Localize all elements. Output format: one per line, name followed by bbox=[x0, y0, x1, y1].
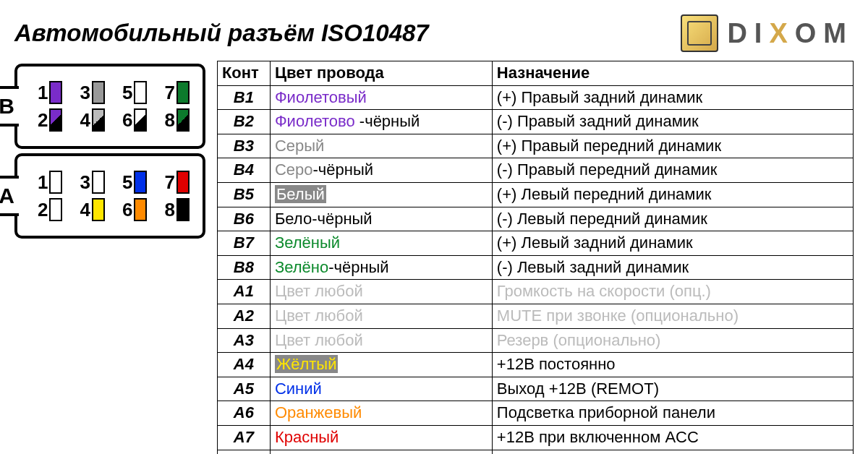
cell-pin: B8 bbox=[217, 255, 270, 280]
cell-pin: A6 bbox=[217, 401, 270, 426]
table-header-row: Конт Цвет провода Назначение bbox=[217, 61, 853, 86]
cell-func: Резерв (опционально) bbox=[492, 328, 853, 353]
pin-swatch bbox=[134, 171, 147, 194]
pin-swatch bbox=[92, 198, 105, 221]
cell-pin: A1 bbox=[217, 280, 270, 304]
pin-swatch bbox=[49, 108, 62, 132]
pin-swatch bbox=[176, 81, 190, 104]
cell-pin: B1 bbox=[217, 85, 270, 110]
table-row: B5Белый(+) Левый передний динамик bbox=[217, 182, 853, 207]
cell-func: (+) Правый передний динамик bbox=[492, 134, 853, 158]
pin-7: 7 bbox=[164, 81, 189, 104]
pin-swatch bbox=[176, 171, 190, 194]
pin-8: 8 bbox=[164, 108, 189, 132]
cell-color: Бело-чёрный bbox=[270, 207, 492, 231]
header: Автомобильный разъём ISO10487 DIXOM bbox=[14, 14, 854, 52]
table-row: A5СинийВыход +12В (REMOT) bbox=[217, 377, 853, 401]
pin-swatch bbox=[134, 108, 147, 132]
cell-func: MUTE при звонке (опционально) bbox=[492, 304, 853, 328]
cell-func: (+) Левый задний динамик bbox=[492, 231, 853, 256]
pinout-table: Конт Цвет провода Назначение B1Фиолетовы… bbox=[217, 61, 854, 454]
cell-color: Серо-чёрный bbox=[270, 158, 492, 183]
cell-func: Подсветка приборной панели bbox=[492, 401, 853, 426]
block-b-row1: 1357 bbox=[38, 81, 190, 104]
block-b: B 1357 2468 bbox=[14, 64, 205, 149]
pin-7: 7 bbox=[164, 171, 189, 194]
block-b-row2: 2468 bbox=[38, 108, 190, 132]
content: B 1357 2468 A 1357 2468 Конт Цвет провод… bbox=[14, 61, 854, 454]
block-a: A 1357 2468 bbox=[14, 153, 205, 239]
pin-swatch bbox=[49, 81, 62, 104]
pin-swatch bbox=[92, 81, 105, 104]
table-row: B1Фиолетовый(+) Правый задний динамик bbox=[217, 85, 853, 110]
cell-pin: B2 bbox=[217, 110, 270, 134]
cell-pin: B3 bbox=[217, 134, 270, 158]
pin-swatch bbox=[176, 198, 190, 221]
table-row: B3Серый(+) Правый передний динамик bbox=[217, 134, 853, 158]
table-row: A2Цвет любойMUTE при звонке (опционально… bbox=[217, 304, 853, 328]
table-row: A4Жёлтый+12В постоянно bbox=[217, 353, 853, 377]
table-row: B7Зелёный(+) Левый задний динамик bbox=[217, 231, 853, 256]
pin-swatch bbox=[176, 108, 190, 132]
cell-pin: B4 bbox=[217, 158, 270, 183]
pin-2: 2 bbox=[38, 108, 62, 132]
cell-pin: A7 bbox=[217, 425, 270, 450]
cell-pin: A4 bbox=[217, 353, 270, 377]
pin-8: 8 bbox=[164, 198, 189, 221]
col-color: Цвет провода bbox=[270, 61, 492, 86]
cell-func: +12В при включенном ACC bbox=[492, 425, 853, 450]
table-body: B1Фиолетовый(+) Правый задний динамикB2Ф… bbox=[217, 85, 853, 454]
table-row: A1Цвет любойГромкость на скорости (опц.) bbox=[217, 280, 853, 304]
pin-swatch bbox=[134, 198, 147, 221]
block-a-label: A bbox=[0, 176, 19, 216]
cell-pin: B6 bbox=[217, 207, 270, 231]
cell-color: Зелёно-чёрный bbox=[270, 255, 492, 280]
cell-color: Цвет любой bbox=[270, 280, 492, 304]
pin-6: 6 bbox=[122, 108, 147, 132]
pin-4: 4 bbox=[80, 108, 104, 132]
pin-swatch bbox=[49, 171, 62, 194]
cell-color: Фиолетовый bbox=[270, 85, 492, 110]
block-b-label: B bbox=[0, 86, 19, 127]
chip-icon bbox=[681, 14, 718, 52]
pin-swatch bbox=[92, 108, 105, 132]
table-row: A6ОранжевыйПодсветка приборной панели bbox=[217, 401, 853, 426]
table-row: B2Фиолетово -чёрный(-) Правый задний дин… bbox=[217, 110, 853, 134]
cell-func: +12В постоянно bbox=[492, 353, 853, 377]
cell-func: (+) Правый задний динамик bbox=[492, 85, 853, 110]
pin-swatch bbox=[49, 198, 62, 221]
cell-color: Чёрный bbox=[270, 450, 492, 454]
block-a-row2: 2468 bbox=[38, 198, 190, 221]
cell-func: (-) Левый задний динамик bbox=[492, 255, 853, 280]
table-row: B8Зелёно-чёрный(-) Левый задний динамик bbox=[217, 255, 853, 280]
table-row: A8ЧёрныйМасса (минус) bbox=[217, 450, 853, 454]
pin-1: 1 bbox=[38, 171, 62, 194]
pin-3: 3 bbox=[80, 81, 104, 104]
logo-text: DIXOM bbox=[727, 18, 854, 49]
cell-func: (-) Левый передний динамик bbox=[492, 207, 853, 231]
pin-6: 6 bbox=[122, 198, 147, 221]
pin-swatch bbox=[134, 81, 147, 104]
cell-pin: B5 bbox=[217, 182, 270, 207]
cell-pin: B7 bbox=[217, 231, 270, 256]
cell-pin: A8 bbox=[217, 450, 270, 454]
table-row: A3Цвет любойРезерв (опционально) bbox=[217, 328, 853, 353]
cell-func: (+) Левый передний динамик bbox=[492, 182, 853, 207]
cell-func: (-) Правый передний динамик bbox=[492, 158, 853, 183]
page-title: Автомобильный разъём ISO10487 bbox=[14, 20, 429, 47]
table-row: A7Красный+12В при включенном ACC bbox=[217, 425, 853, 450]
cell-pin: A5 bbox=[217, 377, 270, 401]
cell-color: Белый bbox=[270, 182, 492, 207]
cell-pin: A3 bbox=[217, 328, 270, 353]
pin-5: 5 bbox=[122, 81, 147, 104]
col-func: Назначение bbox=[492, 61, 853, 86]
cell-color: Фиолетово -чёрный bbox=[270, 110, 492, 134]
pin-swatch bbox=[92, 171, 105, 194]
cell-color: Серый bbox=[270, 134, 492, 158]
cell-color: Цвет любой bbox=[270, 304, 492, 328]
cell-color: Жёлтый bbox=[270, 353, 492, 377]
connector-diagram: B 1357 2468 A 1357 2468 bbox=[14, 64, 205, 243]
pin-2: 2 bbox=[38, 198, 62, 221]
pin-4: 4 bbox=[80, 198, 104, 221]
cell-pin: A2 bbox=[217, 304, 270, 328]
